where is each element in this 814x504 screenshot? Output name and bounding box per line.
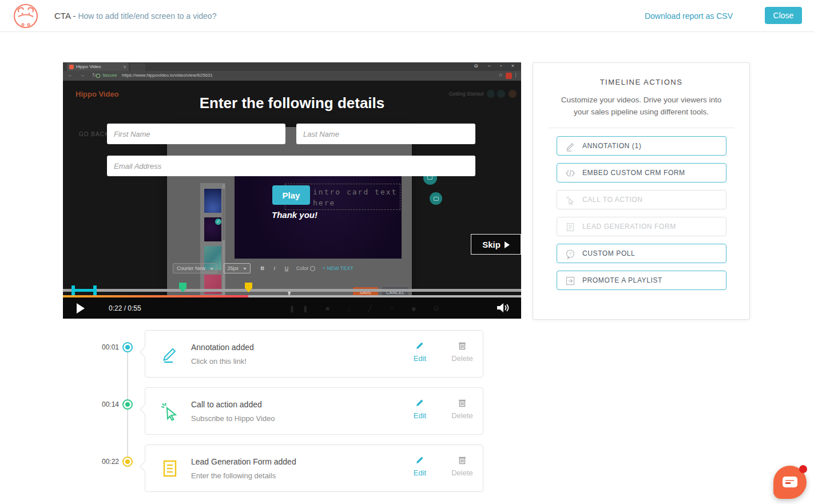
annotation-button[interactable]: ANNOTATION (1) xyxy=(557,136,726,156)
event-card-cta: Call to action added Subscribe to Hippo … xyxy=(145,387,483,435)
extension-icon xyxy=(506,73,512,79)
document-icon xyxy=(565,222,575,232)
skip-button[interactable]: Skip xyxy=(471,234,521,255)
svg-text:?: ? xyxy=(569,251,572,256)
tab-close-icon: x xyxy=(124,63,126,71)
recording-toolbar-icons: ❚❚ ■ ↓ ╱ ○ ◆ G xyxy=(289,305,447,312)
page-title-prefix: CTA - xyxy=(54,11,76,21)
play-triangle-icon xyxy=(505,241,510,248)
divider xyxy=(548,128,734,128)
cursor-click-icon xyxy=(565,195,575,205)
arrow-box-icon xyxy=(565,276,575,286)
custom-poll-button[interactable]: ? CUSTOM POLL xyxy=(557,244,726,263)
close-button[interactable]: Close xyxy=(765,7,802,24)
cursor-click-icon xyxy=(160,402,180,421)
last-name-field[interactable] xyxy=(296,124,475,144)
edit-button[interactable]: Edit xyxy=(404,455,436,477)
event-subtitle: Click on this link! xyxy=(191,357,247,366)
event-subtitle: Subscribe to Hippo Video xyxy=(191,414,275,423)
volume-icon[interactable] xyxy=(496,301,510,314)
secure-label: Secure xyxy=(102,73,117,78)
event-subtitle: Enter the following details xyxy=(191,471,276,480)
bookmark-star-icon: ☆ xyxy=(498,72,503,78)
font-select: Courier New xyxy=(173,263,217,273)
lock-icon xyxy=(96,74,100,78)
player-controls: 0:22 / 0:55 ❚❚ ■ ↓ ╱ ○ ◆ G xyxy=(63,297,521,319)
color-label: Color xyxy=(296,265,309,271)
trash-icon xyxy=(458,398,467,407)
layers-bubble-icon xyxy=(430,192,442,205)
time-display: 0:22 / 0:55 xyxy=(109,304,141,312)
italic-button: I xyxy=(274,265,276,271)
color-picker-icon xyxy=(310,266,315,271)
leadgen-heading: Enter the following details xyxy=(63,94,521,112)
delete-button[interactable]: Delete xyxy=(446,398,478,420)
delete-button[interactable]: Delete xyxy=(446,455,478,477)
play-button[interactable]: Play xyxy=(272,185,310,205)
url-text: https://www.hippovideo.io/video/view/625… xyxy=(122,73,213,78)
call-to-action-button[interactable]: CALL TO ACTION xyxy=(557,190,726,209)
edit-pencil-icon xyxy=(415,398,424,407)
pencil-icon xyxy=(160,344,180,364)
thank-you-text: Thank you! xyxy=(272,210,317,220)
browser-addressbar: ← → ↻ Secure https://www.hippovideo.io/v… xyxy=(63,71,521,81)
document-icon xyxy=(160,459,180,478)
panel-description: Customize your videos. Drive your viewer… xyxy=(553,94,730,118)
browser-tabbar: Hippo Video x ⊖ − ▫ × xyxy=(63,62,521,71)
underline-button: U xyxy=(285,265,289,271)
notification-dot xyxy=(799,465,807,473)
first-name-field[interactable] xyxy=(107,124,285,144)
embed-crm-form-button[interactable]: EMBED CUSTOM CRM FORM xyxy=(557,163,726,182)
panel-title: TIMELINE ACTIONS xyxy=(533,78,749,86)
chevron-down-icon xyxy=(210,268,213,270)
page: CTA - How to add title/end screen to a v… xyxy=(0,0,814,504)
bold-button: B xyxy=(261,265,265,271)
window-controls: ⊖ − ▫ × xyxy=(474,63,518,69)
annotation-range-handle[interactable] xyxy=(72,285,97,295)
event-title: Call to action added xyxy=(191,400,262,409)
browser-tab: Hippo Video x xyxy=(67,63,129,71)
edit-pencil-icon xyxy=(415,455,424,465)
event-bullet xyxy=(122,457,133,467)
modal-text-toolbar: Courier New 25px B I U Color + NEW TEXT xyxy=(173,263,407,277)
delete-button[interactable]: Delete xyxy=(446,341,478,363)
video-player[interactable]: Hippo Video x ⊖ − ▫ × ← → ↻ Secure https… xyxy=(63,62,521,319)
event-card-annotation: Annotation added Click on this link! Edi… xyxy=(145,330,483,378)
event-time: 00:14 xyxy=(85,400,119,408)
edit-button[interactable]: Edit xyxy=(404,341,436,363)
edit-button[interactable]: Edit xyxy=(404,398,436,420)
timeline-track[interactable] xyxy=(63,289,521,292)
lead-generation-form-button[interactable]: LEAD GENERATION FORM xyxy=(557,217,726,236)
go-back-label: GO BACK xyxy=(79,131,109,137)
promote-playlist-button[interactable]: PROMOTE A PLAYLIST xyxy=(557,271,726,290)
trash-icon xyxy=(458,341,467,350)
play-icon[interactable] xyxy=(77,303,85,313)
email-field[interactable] xyxy=(107,156,475,176)
modal-scrollbar xyxy=(223,184,225,302)
new-text-button: + NEW TEXT xyxy=(323,265,354,271)
event-title: Annotation added xyxy=(191,343,254,352)
pencil-icon xyxy=(565,141,575,152)
chat-widget-button[interactable] xyxy=(773,466,807,499)
event-title: Lead Generation Form added xyxy=(191,457,296,466)
trash-icon xyxy=(458,455,467,465)
app-header: CTA - How to add title/end screen to a v… xyxy=(0,0,814,32)
timeline-actions-panel: TIMELINE ACTIONS Customize your videos. … xyxy=(533,62,750,320)
event-bullet xyxy=(122,342,133,352)
video-title: How to add title/end screen to a video? xyxy=(78,11,216,21)
page-title: CTA - How to add title/end screen to a v… xyxy=(54,11,216,21)
code-icon xyxy=(565,168,575,178)
actions-list: ANNOTATION (1) EMBED CUSTOM CRM FORM CAL… xyxy=(557,136,749,297)
new-tab xyxy=(130,64,145,71)
event-card-leadgen: Lead Generation Form added Enter the fol… xyxy=(145,445,483,492)
event-time: 00:01 xyxy=(85,343,119,351)
download-csv-link[interactable]: Download report as CSV xyxy=(645,11,733,21)
chat-bubble-icon xyxy=(783,477,797,487)
event-bullet xyxy=(122,399,133,410)
selected-check-icon: ✓ xyxy=(215,219,221,225)
size-select: 25px xyxy=(224,263,251,273)
question-bubble-icon: ? xyxy=(565,249,575,259)
template-thumbnail xyxy=(204,189,221,213)
hippo-logo-icon xyxy=(14,4,38,28)
favicon-icon xyxy=(69,65,74,69)
